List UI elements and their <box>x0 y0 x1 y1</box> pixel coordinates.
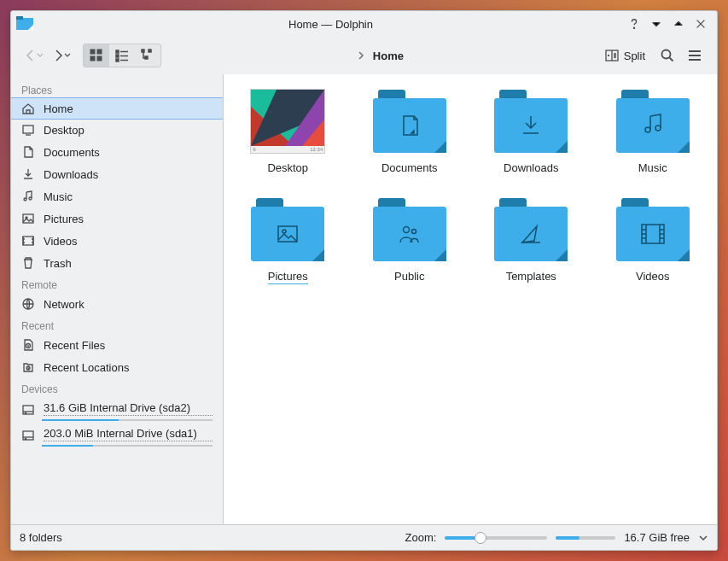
svg-rect-12 <box>149 50 151 52</box>
usage-bar <box>42 445 213 447</box>
item-name: Videos <box>636 270 670 283</box>
sidebar-item-label: Music <box>44 190 213 203</box>
svg-rect-19 <box>23 214 33 223</box>
sidebar-item-label: Trash <box>44 257 213 270</box>
minimize-button[interactable] <box>645 13 667 35</box>
zoom-slider[interactable] <box>445 536 547 540</box>
usage-bar <box>42 419 213 421</box>
svg-rect-5 <box>97 50 102 54</box>
split-button[interactable]: Split <box>598 44 652 67</box>
sidebar-item-label: Desktop <box>44 124 213 137</box>
section-places: Places <box>11 79 223 98</box>
sidebar-item-pictures[interactable]: Pictures <box>11 207 223 230</box>
folder-icon <box>494 198 568 261</box>
folder-item-videos[interactable]: Videos <box>592 198 714 283</box>
sidebar-item-videos[interactable]: Videos <box>11 230 223 252</box>
sidebar-item-desktop[interactable]: Desktop <box>11 119 223 141</box>
breadcrumb-current: Home <box>373 50 404 62</box>
recent-locations-icon <box>21 360 35 374</box>
sidebar-item-recent-files[interactable]: Recent Files <box>11 334 223 356</box>
folder-item-templates[interactable]: Templates <box>470 198 592 283</box>
search-icon <box>660 48 675 63</box>
svg-rect-7 <box>97 56 102 61</box>
toolbar: Home Split <box>11 37 717 74</box>
item-name: Templates <box>506 270 556 283</box>
sidebar-item-downloads[interactable]: Downloads <box>11 163 223 185</box>
section-recent: Recent <box>11 315 223 334</box>
chevron-right-icon <box>356 50 366 61</box>
folder-item-documents[interactable]: Documents <box>349 90 471 174</box>
svg-point-38 <box>403 227 409 233</box>
folder-item-public[interactable]: Public <box>349 198 471 283</box>
folder-icon <box>251 198 324 261</box>
sidebar-item-label: Recent Locations <box>44 361 213 374</box>
chevron-down-icon[interactable] <box>698 533 708 543</box>
svg-point-37 <box>282 230 286 233</box>
compact-view-button[interactable] <box>109 44 135 67</box>
sidebar-item-label: 31.6 GiB Internal Drive (sda2) <box>44 401 213 416</box>
body: Places HomeDesktopDocumentsDownloadsMusi… <box>11 74 717 524</box>
download-icon <box>21 167 35 181</box>
sidebar-item-31-6-gib-internal-drive-sda2-[interactable]: 31.6 GiB Internal Drive (sda2) <box>11 397 223 423</box>
home-icon <box>21 102 35 115</box>
help-button[interactable] <box>623 13 645 35</box>
svg-point-15 <box>662 50 671 59</box>
section-remote: Remote <box>11 274 223 293</box>
item-name: Pictures <box>268 270 308 283</box>
svg-point-28 <box>25 438 26 439</box>
network-icon <box>21 297 35 311</box>
titlebar: Home — Dolphin <box>11 11 717 37</box>
folder-item-downloads[interactable]: Downloads <box>470 90 592 174</box>
svg-rect-10 <box>116 59 119 61</box>
sidebar-item-home[interactable]: Home <box>11 97 223 120</box>
zoom-control: Zoom: 16.7 GiB free <box>405 531 708 544</box>
split-label: Split <box>624 50 645 62</box>
sidebar-item-music[interactable]: Music <box>11 185 223 207</box>
recent-files-icon <box>21 338 35 352</box>
breadcrumb[interactable]: Home <box>356 50 404 62</box>
search-button[interactable] <box>655 44 679 67</box>
icons-view-button[interactable] <box>84 44 109 67</box>
sidebar-item-trash[interactable]: Trash <box>11 252 223 274</box>
svg-point-39 <box>411 230 416 234</box>
sidebar-item-label: Documents <box>44 146 213 159</box>
status-bar: 8 folders Zoom: 16.7 GiB free <box>11 524 717 550</box>
sidebar-item-label: Pictures <box>44 213 213 225</box>
svg-rect-16 <box>23 126 33 133</box>
folder-icon <box>373 90 446 153</box>
details-view-button[interactable] <box>135 44 160 67</box>
sidebar-item-recent-locations[interactable]: Recent Locations <box>11 356 223 378</box>
folder-item-music[interactable]: Music <box>592 90 714 174</box>
sidebar-item-203-0-mib-internal-drive-sda1-[interactable]: 203.0 MiB Internal Drive (sda1) <box>11 423 223 448</box>
folder-item-desktop[interactable]: 912:34 Desktop <box>227 90 349 174</box>
desktop-icon <box>21 123 35 137</box>
dolphin-window: Home — Dolphin Home Split Places <box>10 10 718 551</box>
trash-icon <box>21 256 35 270</box>
item-name: Public <box>394 270 424 283</box>
window-title: Home — Dolphin <box>38 18 623 31</box>
section-devices: Devices <box>11 378 223 397</box>
svg-rect-9 <box>116 55 119 57</box>
picture-icon <box>21 212 35 225</box>
sidebar-item-network[interactable]: Network <box>11 293 223 315</box>
folder-icon <box>616 198 690 261</box>
svg-point-34 <box>645 127 650 132</box>
sidebar-item-documents[interactable]: Documents <box>11 141 223 163</box>
maximize-button[interactable] <box>667 13 690 35</box>
menu-button[interactable] <box>683 44 707 67</box>
folder-view[interactable]: 912:34 DesktopDocumentsDownloadsMusicPic… <box>224 74 717 524</box>
folder-icon <box>373 198 446 261</box>
close-button[interactable] <box>690 13 712 35</box>
svg-rect-6 <box>90 56 95 61</box>
sidebar-item-label: Network <box>44 298 213 311</box>
svg-rect-1 <box>16 16 23 20</box>
free-space-text: 16.7 GiB free <box>624 531 690 544</box>
item-name: Downloads <box>504 161 558 174</box>
folder-item-pictures[interactable]: Pictures <box>227 198 349 283</box>
sidebar-item-label: 203.0 MiB Internal Drive (sda1) <box>44 427 213 441</box>
svg-point-26 <box>25 412 26 413</box>
forward-button[interactable] <box>49 44 73 67</box>
back-button[interactable] <box>21 44 45 67</box>
free-space-bar <box>556 536 615 540</box>
hamburger-icon <box>687 48 702 63</box>
